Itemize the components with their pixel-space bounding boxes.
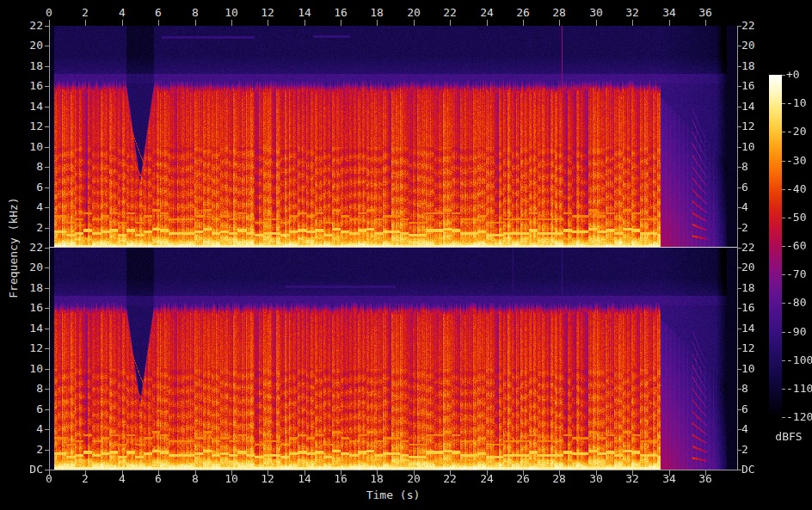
y-tick-label-right: 18 (741, 281, 771, 295)
x-tick-top (231, 20, 232, 26)
colorbar-tick-label: -100 (786, 353, 812, 367)
colorbar-tick-label: -80 (786, 296, 812, 310)
y-tick-left (45, 46, 49, 46)
x-axis-title: Time (s) (366, 488, 421, 502)
x-tick-top (669, 20, 670, 26)
y-tick-left (45, 167, 49, 168)
y-tick-label-left: 6 (0, 402, 43, 416)
y-tick-label-right: 8 (741, 160, 771, 174)
y-tick-label-right: 10 (741, 362, 771, 376)
x-tick-label-bottom: 34 (656, 472, 682, 486)
y-tick-left (45, 288, 49, 289)
y-tick-label-right: 4 (741, 200, 771, 214)
y-tick-label-right: 22 (741, 19, 771, 33)
y-tick-left (45, 207, 49, 208)
y-tick-left (45, 147, 49, 148)
x-tick-label-bottom: 10 (218, 472, 244, 486)
x-tick-top (450, 20, 451, 26)
x-tick-top (268, 20, 268, 26)
x-tick-label-bottom: 32 (619, 472, 645, 486)
y-tick-label-left: 8 (0, 382, 43, 396)
y-tick-label-right: 6 (741, 402, 771, 416)
y-tick-label-right: 6 (741, 181, 771, 194)
colorbar-tick-label: -10 (786, 96, 812, 110)
y-tick-label-right: 20 (741, 261, 771, 274)
x-tick-label-bottom: 26 (510, 472, 536, 486)
x-tick-label-top: 2 (72, 6, 98, 20)
y-tick-label-right: 12 (741, 341, 771, 355)
y-tick-label-left: 6 (0, 181, 43, 194)
colorbar-tick-label: -20 (786, 125, 812, 138)
y-tick-label-left: 12 (0, 341, 43, 355)
colorbar-tick-label: +0 (786, 68, 812, 82)
y-tick-label-left: 14 (0, 322, 43, 335)
colorbar-tick (782, 332, 785, 333)
x-tick-top (158, 20, 159, 26)
y-dc-label-right: DC (741, 463, 771, 476)
x-tick-label-bottom: 16 (328, 472, 354, 486)
x-tick-label-top: 14 (292, 6, 317, 20)
x-tick-top (341, 20, 341, 26)
y-tick-left (45, 429, 49, 430)
y-tick-label-right: 8 (741, 382, 771, 396)
y-tick-label-right: 22 (741, 241, 771, 255)
y-tick-label-left: 18 (0, 59, 43, 73)
y-tick-label-right: 14 (741, 100, 771, 114)
x-tick-top (195, 20, 196, 26)
colorbar-tick (782, 417, 785, 418)
y-tick-left (45, 107, 49, 108)
colorbar-gradient (769, 75, 782, 417)
x-tick-label-bottom: 12 (255, 472, 280, 486)
x-tick-top (414, 20, 415, 26)
channel-separator-line (49, 247, 737, 248)
left-axis-line (49, 26, 50, 470)
x-tick-top (122, 20, 123, 26)
x-tick-label-top: 8 (182, 6, 208, 20)
x-tick-label-bottom: 6 (145, 472, 171, 486)
x-tick-label-bottom: 2 (72, 472, 98, 486)
x-tick-label-top: 12 (255, 6, 280, 20)
y-tick-label-right: 20 (741, 39, 771, 52)
x-tick-label-bottom: 18 (364, 472, 390, 486)
y-tick-label-right: 12 (741, 120, 771, 133)
x-tick-label-bottom: 36 (692, 472, 718, 486)
x-tick-label-top: 32 (619, 6, 645, 20)
y-tick-label-right: 16 (741, 79, 771, 93)
x-tick-top (559, 20, 560, 26)
colorbar-tick-label: -60 (786, 239, 812, 253)
colorbar-tick (782, 274, 785, 275)
x-tick-label-bottom: 24 (474, 472, 500, 486)
colorbar-tick (782, 75, 785, 76)
x-tick-label-bottom: 28 (546, 472, 572, 486)
x-tick-label-bottom: 22 (437, 472, 463, 486)
colorbar-tick-label: -70 (786, 267, 812, 281)
colorbar-tick (782, 360, 785, 361)
y-tick-left (45, 389, 49, 390)
x-tick-label-top: 10 (218, 6, 244, 20)
y-tick-label-right: 2 (741, 443, 771, 457)
x-tick-top (523, 20, 524, 26)
y-tick-left (45, 126, 49, 127)
x-tick-label-top: 24 (474, 6, 500, 20)
x-tick-top (705, 20, 706, 26)
x-tick-label-top: 6 (145, 6, 171, 20)
y-tick-label-left: 14 (0, 100, 43, 114)
x-tick-top (304, 20, 305, 26)
y-tick-left (45, 248, 49, 249)
y-tick-left (45, 86, 49, 87)
x-tick-label-top: 36 (692, 6, 718, 20)
y-tick-left (45, 348, 49, 349)
colorbar-tick-label: -40 (786, 182, 812, 196)
y-tick-label-left: 20 (0, 39, 43, 52)
x-tick-label-top: 34 (656, 6, 682, 20)
colorbar-tick-label: -90 (786, 325, 812, 339)
x-tick-label-bottom: 20 (401, 472, 427, 486)
colorbar-tick (782, 189, 785, 190)
spectrogram-figure: 0022446688101012121414161618182020222224… (0, 0, 812, 510)
y-tick-left (45, 228, 49, 229)
y-tick-label-left: 2 (0, 443, 43, 457)
x-tick-top (632, 20, 633, 26)
x-tick-label-top: 20 (401, 6, 427, 20)
y-tick-left (45, 369, 49, 370)
y-tick-left (45, 66, 49, 67)
